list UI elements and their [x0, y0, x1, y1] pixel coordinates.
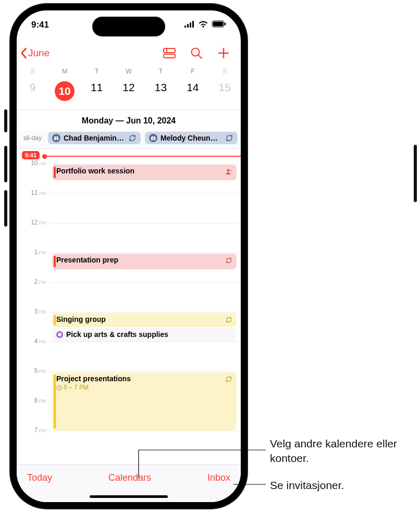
list-view-icon: [163, 46, 176, 60]
date-cell[interactable]: 12: [113, 78, 144, 104]
repeat-icon: [225, 257, 232, 266]
callout-calendars: Velg andre kalendere eller kontoer.: [270, 436, 411, 466]
event-project-presentations[interactable]: Project presentations 5 – 7 PM: [52, 372, 237, 431]
event-title: Presentation prep: [56, 256, 118, 264]
all-day-event-title: Chad Benjamin P…: [64, 134, 125, 142]
event-title: Singing group: [56, 315, 106, 323]
nav-bar: June: [17, 40, 241, 65]
home-indicator[interactable]: [90, 495, 168, 498]
search-icon: [190, 46, 203, 60]
day-timeline[interactable]: 10AM 11AM 12PM 1PM 2PM 3PM 4PM 5PM 6PM 7…: [17, 149, 241, 502]
calendars-button[interactable]: Calendars: [108, 472, 151, 483]
svg-rect-16: [56, 137, 56, 140]
repeat-icon: [128, 134, 137, 142]
plus-icon: [217, 46, 230, 60]
iphone-frame: 9:41 June: [10, 4, 247, 508]
back-label: June: [28, 47, 50, 59]
weekday-label: F: [177, 68, 208, 75]
gift-icon: [149, 134, 157, 142]
add-button[interactable]: [217, 46, 230, 60]
repeat-icon: [225, 376, 232, 384]
svg-point-21: [230, 170, 231, 171]
event-title: Portfolio work session: [56, 167, 134, 175]
date-cell[interactable]: 9: [17, 78, 48, 104]
date-cell[interactable]: 11: [81, 78, 113, 104]
all-day-label: all-day: [21, 134, 44, 142]
svg-rect-6: [225, 23, 226, 26]
event-singing-group[interactable]: Singing group: [52, 313, 237, 327]
back-button[interactable]: June: [20, 47, 50, 59]
svg-point-20: [227, 169, 229, 171]
event-pickup-supplies[interactable]: Pick up arts & crafts supplies: [52, 328, 237, 342]
svg-rect-0: [184, 26, 186, 28]
gift-icon: [52, 134, 60, 142]
weekday-label: S: [17, 68, 48, 75]
weekday-label: S: [209, 68, 241, 75]
event-subtime: 5 – 7 PM: [64, 384, 89, 391]
all-day-event[interactable]: Melody Cheung's…: [145, 132, 238, 144]
inbox-button[interactable]: Inbox: [207, 472, 230, 483]
cellular-icon: [184, 20, 195, 30]
event-title: Project presentations: [56, 374, 131, 383]
wifi-icon: [198, 20, 208, 30]
svg-rect-19: [153, 137, 153, 140]
weekday-header: S M T W T F S: [17, 65, 241, 75]
repeat-icon: [225, 316, 232, 325]
event-presentation-prep[interactable]: Presentation prep: [52, 254, 237, 269]
svg-rect-1: [187, 24, 189, 28]
svg-rect-7: [164, 48, 175, 53]
attendees-icon: [225, 168, 232, 177]
weekday-label: T: [145, 68, 177, 75]
battery-icon: [212, 20, 226, 30]
reminder-ring-icon: [56, 331, 63, 338]
week-dates: 9 10 11 12 13 14 15: [17, 75, 241, 110]
status-time: 9:41: [31, 20, 49, 30]
all-day-row: all-day Chad Benjamin P… Melody Cheung's…: [17, 131, 241, 149]
date-cell[interactable]: 15: [209, 78, 241, 104]
svg-rect-8: [164, 54, 175, 58]
today-button[interactable]: Today: [27, 472, 52, 483]
event-portfolio[interactable]: Portfolio work session: [52, 165, 237, 180]
svg-rect-5: [213, 22, 224, 27]
svg-line-11: [199, 55, 202, 58]
date-cell[interactable]: 14: [177, 78, 208, 104]
svg-rect-2: [190, 22, 191, 28]
search-button[interactable]: [190, 46, 203, 60]
event-title: Pick up arts & crafts supplies: [66, 330, 168, 339]
date-cell[interactable]: 13: [145, 78, 177, 104]
repeat-icon: [225, 134, 233, 142]
view-toggle-button[interactable]: [163, 46, 176, 60]
weekday-label: T: [81, 68, 113, 75]
status-bar: 9:41: [17, 10, 241, 40]
svg-rect-3: [192, 21, 194, 28]
bottom-toolbar: Today Calendars Inbox: [17, 465, 241, 502]
day-title: Monday — Jun 10, 2024: [17, 110, 241, 131]
date-cell-selected[interactable]: 10: [48, 78, 80, 104]
all-day-event[interactable]: Chad Benjamin P…: [48, 132, 141, 144]
all-day-event-title: Melody Cheung's…: [160, 134, 222, 142]
weekday-label: W: [113, 68, 144, 75]
chevron-left-icon: [20, 47, 27, 59]
now-time-badge: 9:41: [22, 151, 40, 159]
weekday-label: M: [48, 68, 80, 75]
callout-inbox: Se invitasjoner.: [270, 478, 344, 493]
clock-icon: [56, 385, 62, 391]
